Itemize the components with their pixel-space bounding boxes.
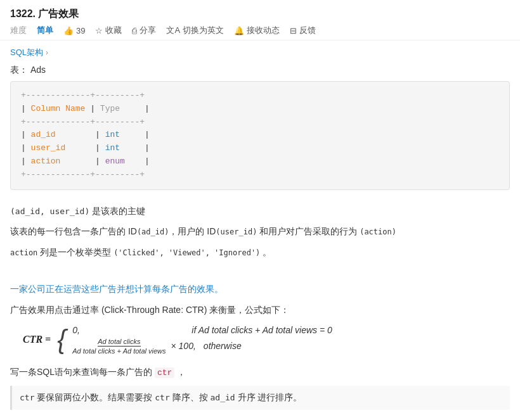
page-wrapper: 1322. 广告效果 难度 简单 👍 39 ☆ 收藏 ⎙ 分享 文A 切换为英文…	[0, 0, 520, 420]
content-area: SQL架构 › 表： Ads +-------------+---------+…	[0, 41, 520, 420]
feedback-icon: ⊟	[290, 26, 297, 35]
collect-label: 收藏	[105, 25, 122, 36]
ctr-desc-code: ctr	[155, 393, 169, 402]
like-count: 39	[76, 26, 85, 35]
ctr-otherwise-condition: otherwise	[204, 341, 242, 351]
breadcrumb-text: SQL架构	[10, 47, 43, 58]
ctr-formula: CTR = { 0, if Ad total clicks + Ad total…	[23, 325, 510, 355]
notifications-label: 接收动态	[247, 25, 280, 36]
ctr-inline-code: ctr	[155, 367, 174, 378]
ctr-formula-block: CTR = { 0, if Ad total clicks + Ad total…	[23, 325, 510, 355]
multiply-sign: × 100,	[171, 341, 196, 351]
problem-intro: 一家公司正在运营这些广告并想计算每条广告的效果。	[10, 281, 510, 298]
ctr-case-zero: 0, if Ad total clicks + Ad total views =…	[72, 325, 332, 335]
enum-desc: action 列是一个枚举类型 ('Clicked', 'Viewed', 'I…	[10, 244, 510, 261]
ctr-numerator: Ad total clicks	[98, 338, 140, 347]
share-button[interactable]: ⎙ 分享	[132, 25, 156, 36]
toolbar: 难度 简单 👍 39 ☆ 收藏 ⎙ 分享 文A 切换为英文 🔔 接收动态	[10, 25, 510, 36]
switch-lang-label: 切换为英文	[183, 25, 224, 36]
breadcrumb-arrow: ›	[46, 48, 48, 57]
feedback-label: 反馈	[299, 25, 316, 36]
switch-lang-button[interactable]: 文A 切换为英文	[166, 25, 224, 36]
ctr-cases: 0, if Ad total clicks + Ad total views =…	[72, 325, 332, 355]
share-icon: ⎙	[132, 26, 137, 35]
ctr-lhs: CTR =	[23, 334, 51, 345]
star-icon: ☆	[95, 26, 103, 35]
metric-desc: 广告效果用点击通过率 (Click-Through Rate: CTR) 来衡量…	[10, 302, 510, 319]
schema-code-block: +-------------+---------+ | Column Name …	[10, 81, 510, 190]
row-desc: 该表的每一行包含一条广告的 ID(ad_id)，用户的 ID(user_id) …	[10, 223, 510, 240]
ctr-denominator: Ad total clicks + Ad total views	[72, 347, 166, 355]
difficulty-label: 难度	[10, 25, 27, 36]
like-button[interactable]: 👍 39	[63, 26, 85, 35]
ctr-order-code: ctr	[20, 393, 34, 402]
table-label: 表： Ads	[10, 65, 510, 76]
page-header: 1322. 广告效果 难度 简单 👍 39 ☆ 收藏 ⎙ 分享 文A 切换为英文…	[0, 0, 520, 41]
pk-code: (ad_id, user_id)	[10, 206, 89, 216]
sql-query-request: 写一条SQL语句来查询每一条广告的 ctr ，	[10, 364, 510, 381]
ctr-zero-condition: if Ad total clicks + Ad total views = 0	[192, 325, 332, 335]
collect-button[interactable]: ☆ 收藏	[95, 25, 122, 36]
table-name: Ads	[30, 65, 46, 75]
share-label: 分享	[140, 25, 156, 36]
order-description: ctr 要保留两位小数。结果需要按 ctr 降序、按 ad_id 升序 进行排序…	[10, 386, 510, 409]
schema-description: (ad_id, user_id) 是该表的主键 该表的每一行包含一条广告的 ID…	[10, 199, 510, 272]
bell-icon: 🔔	[234, 26, 244, 35]
ctr-fraction-expr: Ad total clicks Ad total clicks + Ad tot…	[72, 338, 198, 355]
notifications-button[interactable]: 🔔 接收动态	[234, 25, 280, 36]
ctr-fraction: Ad total clicks Ad total clicks + Ad tot…	[72, 338, 166, 355]
translate-icon: 文A	[166, 25, 180, 36]
ad-id-code: ad_id	[211, 393, 235, 402]
table-label-text: 表：	[10, 65, 28, 75]
breadcrumb[interactable]: SQL架构 ›	[10, 47, 510, 58]
like-icon: 👍	[63, 26, 74, 35]
ctr-zero-value: 0,	[72, 325, 186, 335]
ctr-brace: {	[57, 326, 66, 353]
pk-desc-text: 是该表的主键	[92, 206, 145, 216]
ctr-case-formula: Ad total clicks Ad total clicks + Ad tot…	[72, 338, 332, 355]
difficulty-value[interactable]: 简单	[37, 25, 53, 36]
page-title: 1322. 广告效果	[10, 8, 510, 21]
problem-intro-link[interactable]: 一家公司正在运营这些广告并想计算每条广告的效果。	[10, 284, 223, 294]
feedback-button[interactable]: ⊟ 反馈	[290, 25, 316, 36]
primary-key-desc: (ad_id, user_id) 是该表的主键	[10, 203, 510, 220]
